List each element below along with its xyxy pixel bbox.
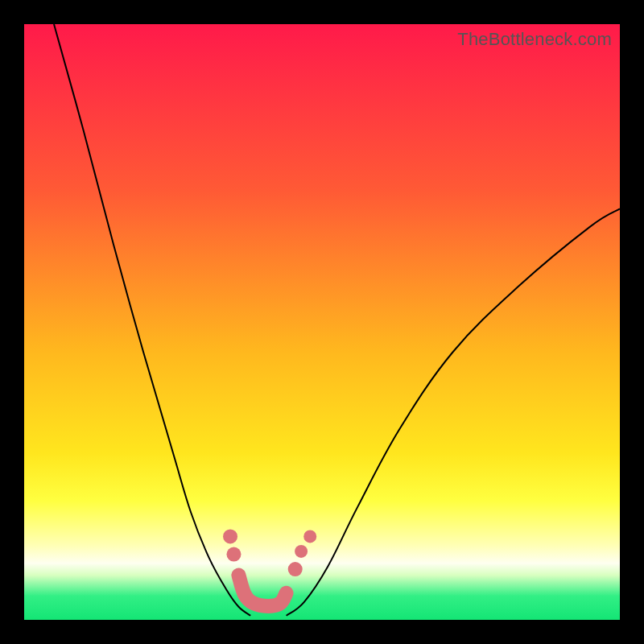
left-curve: [54, 24, 250, 616]
plot-area: TheBottleneck.com: [24, 24, 620, 620]
credit-text: TheBottleneck.com: [457, 29, 612, 50]
marker-dot: [288, 562, 303, 576]
trough-highlight: [238, 576, 286, 606]
outer-frame: TheBottleneck.com: [0, 0, 644, 644]
curve-layer: [24, 24, 620, 620]
marker-dot: [223, 529, 237, 543]
marker-dot: [226, 547, 241, 562]
marker-dot: [303, 530, 316, 543]
right-curve: [287, 208, 620, 615]
marker-dot: [295, 545, 308, 558]
